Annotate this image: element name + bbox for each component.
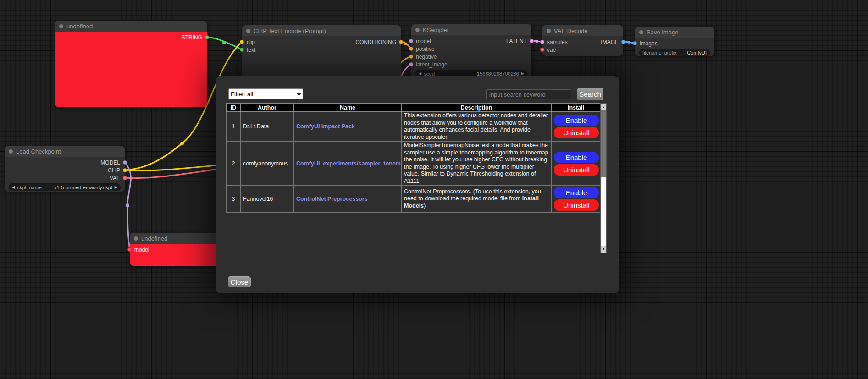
wire-midpoint-dot[interactable] [628, 41, 630, 44]
increase-arrow-icon[interactable]: ▶ [115, 186, 117, 189]
slot-label: VAE [110, 175, 120, 181]
string-output-port[interactable] [205, 35, 209, 39]
ckpt-name-widget[interactable]: ◀ ckpt_name v1-5-pruned-emaonly.ckpt ▶ [9, 183, 121, 191]
node-title: Load Checkpoint [16, 148, 61, 155]
images-input-port[interactable] [633, 41, 637, 45]
description-text: ControlNet Preprocessors. (To use this e… [404, 188, 541, 202]
clip-input-port[interactable] [240, 40, 244, 44]
widget-label: seed [424, 71, 435, 77]
extension-list: ID Author Name Description Install 1 Dr.… [226, 103, 607, 253]
grid-axis-horizontal [0, 313, 868, 313]
uninstall-button[interactable]: Uninstall [554, 164, 599, 176]
conditioning-output-port[interactable] [399, 40, 403, 44]
filename-prefix-widget[interactable]: filename_prefix ComfyUI [639, 49, 710, 56]
enable-button[interactable]: Enable [554, 187, 599, 198]
decrease-arrow-icon[interactable]: ◀ [419, 72, 421, 76]
description-suffix: ) [424, 203, 426, 209]
increase-arrow-icon[interactable]: ▶ [521, 72, 524, 76]
slot-label: negative [416, 54, 437, 60]
description-text: ModelSamplerTonemapNoiseTest a node that… [404, 142, 548, 184]
slot-label: CLIP [108, 167, 120, 174]
node-body: model LATENT positive negative latent_im… [411, 35, 531, 77]
search-input[interactable] [486, 89, 571, 99]
header-name: Name [294, 104, 402, 112]
node-body: images filename_prefix ComfyUI [635, 38, 714, 56]
positive-input-port[interactable] [409, 47, 413, 51]
node-undefined-top[interactable]: undefined STRING [55, 21, 207, 107]
extension-link[interactable]: ComfyUI Impact Pack [296, 123, 355, 130]
uninstall-button[interactable]: Uninstall [554, 199, 599, 211]
extension-author: Dr.Lt.Data [241, 112, 294, 142]
latent-output-port[interactable] [530, 39, 534, 43]
node-header[interactable]: undefined [55, 21, 207, 32]
collapse-dot-icon[interactable] [9, 149, 13, 154]
description-text: This extension offers various detector n… [404, 112, 548, 140]
scrollbar[interactable]: ▲ ▼ [600, 103, 607, 253]
node-header[interactable]: Load Checkpoint [5, 146, 125, 157]
search-button[interactable]: Search [577, 88, 603, 100]
vae-output-port[interactable] [123, 176, 127, 180]
vae-input-port[interactable] [540, 48, 544, 52]
node-title: VAE Decode [554, 27, 587, 34]
node-title: Save Image [647, 29, 678, 36]
scroll-down-icon[interactable]: ▼ [601, 246, 606, 253]
enable-button[interactable]: Enable [554, 152, 599, 163]
node-body: clip CONDITIONING text [242, 36, 401, 54]
slot-label: vae [547, 47, 556, 53]
header-author: Author [241, 104, 294, 112]
node-load-checkpoint[interactable]: Load Checkpoint MODEL CLIP VAE ◀ ckpt_na… [5, 146, 125, 192]
slot-label: CONDITIONING [355, 39, 396, 45]
node-header[interactable]: Save Image [635, 27, 714, 38]
uninstall-button[interactable]: Uninstall [554, 127, 599, 138]
model-input-port[interactable] [409, 39, 413, 43]
collapse-dot-icon[interactable] [639, 30, 643, 34]
enable-button[interactable]: Enable [554, 115, 599, 126]
node-body: MODEL CLIP VAE ◀ ckpt_name v1-5-pruned-e… [5, 157, 125, 191]
scrollbar-thumb[interactable] [601, 110, 606, 177]
slot-label: clip [247, 39, 255, 45]
collapse-dot-icon[interactable] [59, 24, 63, 28]
node-save-image[interactable]: Save Image images filename_prefix ComfyU… [635, 27, 714, 56]
node-header[interactable]: CLIP Text Encode (Prompt) [242, 25, 401, 36]
model-input-port[interactable] [127, 247, 132, 252]
wire-midpoint-dot[interactable] [180, 142, 184, 145]
node-title: CLIP Text Encode (Prompt) [254, 27, 326, 34]
node-body: samples IMAGE vae [542, 36, 623, 54]
wire-midpoint-dot[interactable] [126, 203, 129, 207]
node-header[interactable]: VAE Decode [542, 25, 623, 36]
collapse-dot-icon[interactable] [134, 236, 138, 241]
collapse-dot-icon[interactable] [246, 29, 250, 33]
extension-link[interactable]: ControlNet Preprocessors [296, 196, 368, 202]
extension-description: This extension offers various detector n… [402, 112, 552, 142]
collapse-dot-icon[interactable] [547, 29, 551, 33]
image-output-port[interactable] [621, 40, 625, 44]
extension-link[interactable]: ComfyUI_experiments/sampler_tonemap [296, 160, 402, 167]
clip-output-port[interactable] [123, 168, 127, 172]
samples-input-port[interactable] [540, 40, 544, 44]
extension-row: 3 Fannovel16 ControlNet Preprocessors Co… [227, 186, 601, 213]
filter-select[interactable]: Filter: all [228, 88, 303, 99]
text-input-port[interactable] [240, 48, 244, 52]
slot-label: model [134, 247, 149, 253]
slot-label: STRING [182, 34, 202, 41]
widget-value: ComfyUI [687, 50, 707, 55]
scroll-up-icon[interactable]: ▲ [601, 104, 606, 110]
header-install: Install [552, 104, 601, 112]
decrease-arrow-icon[interactable]: ◀ [12, 186, 15, 189]
node-vae-decode[interactable]: VAE Decode samples IMAGE vae [542, 25, 623, 56]
extension-row: 1 Dr.Lt.Data ComfyUI Impact Pack This ex… [227, 112, 601, 142]
extension-description: ControlNet Preprocessors. (To use this e… [402, 186, 552, 213]
close-button[interactable]: Close [228, 276, 251, 287]
latent-image-input-port[interactable] [409, 62, 413, 66]
wire-midpoint-dot[interactable] [536, 40, 538, 43]
wire-midpoint-dot[interactable] [222, 41, 226, 44]
negative-input-port[interactable] [409, 55, 413, 59]
widget-value: v1-5-pruned-emaonly.ckpt [54, 185, 112, 190]
node-graph-canvas[interactable]: undefined STRING CLIP Text Encode (Promp… [0, 0, 868, 379]
collapse-dot-icon[interactable] [415, 28, 420, 32]
slot-label: samples [547, 39, 568, 45]
node-body: STRING [55, 32, 207, 107]
wire-midpoint-dot[interactable] [404, 43, 407, 45]
node-header[interactable]: KSampler [411, 24, 531, 35]
model-output-port[interactable] [123, 160, 127, 165]
